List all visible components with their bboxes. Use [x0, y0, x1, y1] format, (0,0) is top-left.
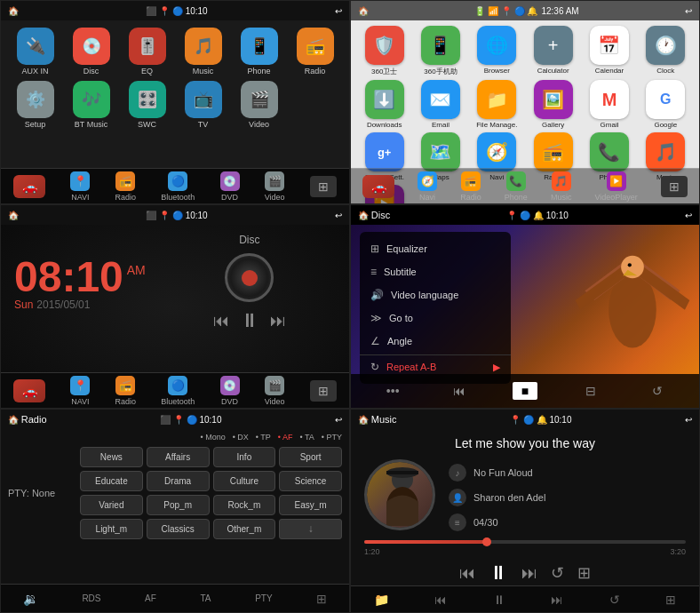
pty-info[interactable]: Info	[213, 447, 276, 467]
music-next-bottom[interactable]: ⏭	[551, 593, 563, 607]
home-icon-5[interactable]: 🏠 Radio	[8, 414, 47, 425]
pty-varied[interactable]: Varied	[80, 495, 143, 515]
app-radio[interactable]: 📻 Radio	[290, 28, 340, 76]
app-email[interactable]: ✉️ Email	[414, 80, 466, 129]
menu-dots-btn[interactable]: •••	[380, 382, 405, 400]
radio-opt-dx[interactable]: • DX	[233, 433, 249, 442]
pty-pop-m[interactable]: Pop_m	[147, 495, 210, 515]
menu-goto[interactable]: ≫ Go to	[360, 306, 511, 330]
pause-btn[interactable]: ⏸	[240, 309, 259, 332]
grid-button-3[interactable]: ⊞	[310, 380, 337, 402]
app-swc[interactable]: 🎛️ SWC	[122, 81, 172, 129]
pty-drama[interactable]: Drama	[147, 471, 210, 491]
music-play-bottom[interactable]: ⏸	[493, 593, 505, 607]
nav-phone-2[interactable]: 📞 Phone	[505, 171, 528, 202]
back-button-6[interactable]: ↩	[685, 415, 692, 425]
music-menu-btn[interactable]: ⊞	[665, 593, 676, 607]
nav-video-3[interactable]: 🎬 Video	[265, 376, 285, 406]
pty-scroll-down[interactable]: ↓	[279, 519, 342, 539]
nav-dvd[interactable]: 💿 DVD	[220, 171, 240, 202]
home-icon-4[interactable]: 🏠 Disc	[358, 210, 390, 220]
app-video[interactable]: 🎬 Video	[234, 81, 284, 129]
app-tv[interactable]: 📺 TV	[178, 81, 228, 129]
app-music[interactable]: 🎵 Music	[178, 28, 228, 76]
app-aux-in[interactable]: 🔌 AUX IN	[10, 28, 60, 76]
back-button-3[interactable]: ↩	[335, 211, 342, 220]
nav-navi[interactable]: 📍 NAVI	[70, 171, 90, 202]
nav-navi-2[interactable]: 🧭 Navi	[418, 171, 437, 202]
car-button-3[interactable]: 🚗	[13, 379, 45, 402]
back-button-4[interactable]: ↩	[685, 211, 692, 220]
progress-bar[interactable]	[364, 540, 686, 544]
home-icon-2[interactable]: 🏠	[358, 6, 369, 16]
app-disc[interactable]: 💿 Disc	[66, 28, 116, 76]
pty-classics[interactable]: Classics	[147, 519, 210, 539]
music-shuffle-btn[interactable]: ↺	[609, 593, 620, 607]
app-clock[interactable]: 🕐 Clock	[640, 26, 692, 76]
home-icon-3[interactable]: 🏠	[8, 211, 19, 220]
music-prev-btn[interactable]: ⏮	[459, 564, 475, 583]
music-repeat-btn[interactable]: ↺	[551, 563, 564, 583]
pty-other-m[interactable]: Other_m	[213, 519, 276, 539]
app-file-manager[interactable]: 📁 File Manage.	[471, 80, 523, 129]
settings-icon[interactable]: ⊞	[316, 592, 327, 606]
app-gallery[interactable]: 🖼️ Gallery	[527, 80, 579, 129]
music-prev-bottom[interactable]: ⏮	[434, 593, 447, 607]
radio-opt-tp[interactable]: • TP	[256, 433, 271, 442]
disc-repeat-btn[interactable]: ↺	[645, 382, 670, 400]
app-360-guard[interactable]: 🛡️ 360卫士	[358, 26, 410, 76]
back-button-1[interactable]: ↩	[335, 6, 342, 16]
pty-culture[interactable]: Culture	[213, 471, 276, 491]
music-next-btn[interactable]: ⏭	[521, 564, 537, 583]
radio-opt-af[interactable]: • AF	[278, 433, 293, 442]
nav-bluetooth-3[interactable]: 🔵 Bluetooth	[161, 376, 195, 406]
pty-light-m[interactable]: Light_m	[80, 519, 143, 539]
disc-chapter-btn[interactable]: ⊟	[578, 382, 603, 400]
home-icon-6[interactable]: 🏠 Music	[358, 414, 397, 425]
pty-rock-m[interactable]: Rock_m	[213, 495, 276, 515]
radio-opt-ta[interactable]: • TA	[300, 433, 314, 442]
grid-button[interactable]: ⊞	[310, 176, 337, 197]
pty-affairs[interactable]: Affairs	[147, 447, 210, 467]
pty-easy-m[interactable]: Easy_m	[279, 495, 342, 515]
app-phone[interactable]: 📱 Phone	[234, 28, 284, 76]
nav-bluetooth[interactable]: 🔵 Bluetooth	[161, 171, 195, 202]
music-pause-btn[interactable]: ⏸	[489, 561, 508, 585]
nav-video-player[interactable]: ▶️ VideoPlayer	[594, 171, 637, 202]
af-btn[interactable]: AF	[145, 593, 156, 603]
nav-video[interactable]: 🎬 Video	[265, 171, 285, 202]
app-google[interactable]: G Google	[640, 80, 692, 129]
radio-opt-pty[interactable]: • PTY	[322, 433, 342, 442]
nav-radio[interactable]: 📻 Radio	[115, 171, 137, 202]
nav-radio-2[interactable]: 📻 Radio	[460, 171, 481, 202]
prev-track-btn[interactable]: ⏮	[213, 312, 229, 330]
nav-music-2[interactable]: 🎵 Music	[551, 171, 572, 202]
app-calculator[interactable]: + Calculator	[527, 26, 579, 76]
app-gmail[interactable]: M Gmail	[583, 80, 635, 129]
app-downloads[interactable]: ⬇️ Downloads	[358, 80, 410, 129]
nav-navi-3[interactable]: 📍 NAVI	[70, 376, 90, 406]
pty-educate[interactable]: Educate	[80, 471, 143, 491]
app-browser[interactable]: 🌐 Browser	[471, 26, 523, 76]
pty-science[interactable]: Science	[279, 471, 342, 491]
music-folder-btn[interactable]: 📁	[374, 593, 389, 607]
car-button[interactable]: 🚗	[13, 175, 45, 198]
grid-button-2[interactable]: ⊞	[661, 176, 688, 197]
menu-equalizer[interactable]: ⊞ Equalizer	[360, 237, 511, 260]
ta-btn[interactable]: TA	[200, 593, 211, 603]
menu-angle[interactable]: ∠ Angle	[360, 330, 511, 353]
rds-btn[interactable]: RDS	[82, 593, 100, 603]
app-eq[interactable]: 🎚️ EQ	[122, 28, 172, 76]
back-button-2[interactable]: ↩	[685, 6, 692, 16]
nav-dvd-3[interactable]: 💿 DVD	[220, 376, 240, 406]
nav-radio-3[interactable]: 📻 Radio	[115, 376, 137, 406]
app-calendar[interactable]: 📅 Calendar	[583, 26, 635, 76]
disc-prev-btn[interactable]: ⏮	[447, 382, 472, 400]
pty-news[interactable]: News	[80, 447, 143, 467]
app-setup[interactable]: ⚙️ Setup	[10, 81, 60, 129]
disc-stop-btn[interactable]: ■	[513, 382, 537, 400]
music-playlist-btn[interactable]: ⊞	[577, 563, 591, 583]
app-bt-music[interactable]: 🎶 BT Music	[66, 81, 116, 129]
pty-sport[interactable]: Sport	[279, 447, 342, 467]
car-button-2[interactable]: 🚗	[362, 175, 394, 198]
